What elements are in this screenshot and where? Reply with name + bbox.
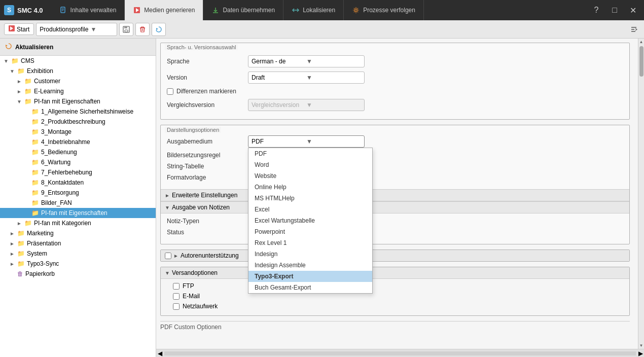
svg-marker-19 [156,28,158,30]
tab-daten[interactable]: Daten übernehmen [203,0,283,20]
dropdown-option-website[interactable]: Website [248,170,372,182]
scroll-down-button[interactable]: ▼ [639,343,643,348]
tree-item-bedienung[interactable]: 📁 5_Bedienung [0,147,156,157]
sprache-dropdown[interactable]: German - de ▼ [248,55,365,67]
dropdown-option-typo3-export[interactable]: Typo3-Export [248,271,372,282]
tree-item-customer[interactable]: ► 📁 Customer [0,76,156,86]
dropdown-option-buch-gesamt[interactable]: Buch Gesamt-Export [248,282,372,293]
tree-toggle-cms[interactable]: ▼ [3,58,9,64]
tree-item-kontaktdaten[interactable]: 📁 8_Kontaktdaten [0,177,156,188]
tree-item-montage[interactable]: 📁 3_Montage [0,127,156,137]
refresh-button[interactable] [152,23,166,36]
notizen-header[interactable]: ▼ Ausgabe von Notizen [161,202,629,213]
folder-icon: 📁 [17,260,25,267]
scroll-right-button[interactable]: ▶ [637,350,644,357]
tree-item-system[interactable]: ► 📁 System [0,248,156,259]
folder-icon: 📁 [17,230,25,237]
tree-label-cms: CMS [21,57,34,64]
erweiterte-header[interactable]: ► Erweiterte Einstellungen [161,190,629,201]
email-checkbox[interactable] [173,293,180,300]
tree-item-pifan-eigenschaften[interactable]: 📁 PI-fan mit Eigenschaften [0,208,156,218]
tree-label-customer: Customer [34,78,60,85]
version-value: Draft [252,74,306,81]
tree-item-elearning[interactable]: ► 📁 E-Learning [0,86,156,96]
dropdown-option-word[interactable]: Word [248,159,372,170]
folder-icon: 📁 [31,159,39,166]
tree-item-marketing[interactable]: ► 📁 Marketing [0,228,156,238]
tab-lokalisieren[interactable]: Lokalisieren [283,0,344,20]
tree-item-prasentation[interactable]: ► 📁 Präsentation [0,238,156,248]
help-button[interactable]: ? [589,3,603,17]
profile-dropdown[interactable]: Produktionsprofile ▼ [36,23,117,36]
dropdown-option-rexlevel1[interactable]: Rex Level 1 [248,237,372,248]
close-button[interactable]: ✕ [626,3,640,17]
tree-item-wartung[interactable]: 📁 6_Wartung [0,157,156,167]
sidebar-refresh[interactable]: Aktualisieren [0,39,156,56]
right-scrollbar[interactable]: ▲ ▼ [638,39,644,349]
ausgabemedium-dropdown[interactable]: PDF ▼ [248,135,365,148]
dropdown-option-excel[interactable]: Excel [248,204,372,215]
dropdown-option-indesign-assemble[interactable]: Indesign Assemble [248,260,372,271]
folder-icon: 📁 [24,98,32,105]
delete-button[interactable] [135,23,150,36]
tree-label-typo3sync: Typo3-Sync [27,260,59,267]
dropdown-option-pdf[interactable]: PDF [248,148,372,159]
tree-toggle [23,180,29,186]
autorenunterstutzung-header[interactable]: ► Autorenunterstützung [161,250,629,261]
status-row: Status [167,229,623,236]
tree-item-cms[interactable]: ▼ 📁 CMS [0,56,156,66]
tree-toggle-marketing[interactable]: ► [9,230,15,236]
ausgabemedium-dropdown-list[interactable]: PDF Word Website Online Help MS HTMLHelp… [248,148,373,294]
sidebar-collapse-button[interactable] [628,23,640,35]
vergleichsversion-row: Vergleichsversion Vergleichsversion ▼ [167,99,623,111]
tree-item-allgemeine[interactable]: 📁 1_Allgemeine Sicherheitshinweise [0,106,156,117]
app-icon: S [4,5,14,15]
scrollbar-thumb[interactable] [639,46,643,77]
tree-item-exhibition[interactable]: ▼ 📁 Exhibition [0,66,156,76]
tree-toggle-exhibition[interactable]: ▼ [9,68,15,74]
tree-item-pifan-kategorien[interactable]: ► 📁 PI-fan mit Kategorien [0,218,156,228]
dropdown-option-excel-wartung[interactable]: Excel Wartungstabelle [248,215,372,226]
tree-item-entsorgung[interactable]: 📁 9_Entsorgung [0,188,156,198]
tab-lokalisieren-label: Lokalisieren [303,7,335,14]
tab-inhalte[interactable]: Inhalte verwalten [51,0,125,20]
autorenunterstutzung-checkbox[interactable] [165,253,171,259]
tree-item-inbetriebnahme[interactable]: 📁 4_Inbetriebnahme [0,137,156,147]
save-button[interactable] [119,23,133,36]
tree-item-fehlerbehebung[interactable]: 📁 7_Fehlerbehebung [0,167,156,177]
tree-item-pifan[interactable]: ▼ 📁 PI-fan mit Eigenschaften [0,96,156,106]
tree-label-pifan-eigenschaften: PI-fan mit Eigenschaften [41,209,108,217]
tree-toggle-pifan[interactable]: ▼ [16,98,22,104]
scroll-left-button[interactable]: ◀ [156,350,163,357]
differenzen-checkbox[interactable] [167,88,173,95]
dropdown-option-powerpoint[interactable]: Powerpoint [248,226,372,237]
start-button[interactable]: Start [4,23,34,35]
tree-toggle-elearning[interactable]: ► [16,88,22,94]
version-dropdown[interactable]: Draft ▼ [248,72,365,84]
chevron-down-icon: ▼ [306,74,361,81]
tree-item-bilder[interactable]: 📁 Bilder_FAN [0,198,156,208]
sprache-label: Sprache [167,58,248,65]
ftp-checkbox[interactable] [173,283,180,290]
tab-prozesse[interactable]: Prozesse verfolgen [344,0,424,20]
netzlaufwerk-checkbox[interactable] [173,303,180,310]
dropdown-option-indesign[interactable]: Indesign [248,248,372,260]
notizen-label: Ausgabe von Notizen [172,204,230,211]
tree-toggle-prasentation[interactable]: ► [9,240,15,246]
dropdown-option-mshtmlhelp[interactable]: MS HTMLHelp [248,193,372,204]
tree-toggle-typo3sync[interactable]: ► [9,261,15,267]
bottom-scrollbar[interactable]: ◀ ▶ [156,349,644,357]
tree-toggle-system[interactable]: ► [9,251,15,257]
scroll-up-button[interactable]: ▲ [639,40,643,44]
tree-item-produktbeschreibung[interactable]: 📁 2_Produktbeschreibung [0,117,156,127]
dropdown-option-onlinehelp[interactable]: Online Help [248,182,372,193]
maximize-button[interactable]: □ [607,3,622,17]
tree-item-papierkorb[interactable]: 🗑 Papierkorb [0,269,156,279]
tree-toggle-pifan-kategorien[interactable]: ► [16,220,22,226]
tab-medien[interactable]: Medien generieren [125,0,203,20]
tree-item-typo3sync[interactable]: ► 📁 Typo3-Sync [0,259,156,269]
tree-toggle-customer[interactable]: ► [16,78,22,84]
gear-icon [352,6,360,14]
versandoptionen-header[interactable]: ▼ Versandoptionen [161,267,629,279]
tree-label-exhibition: Exhibition [27,67,53,75]
